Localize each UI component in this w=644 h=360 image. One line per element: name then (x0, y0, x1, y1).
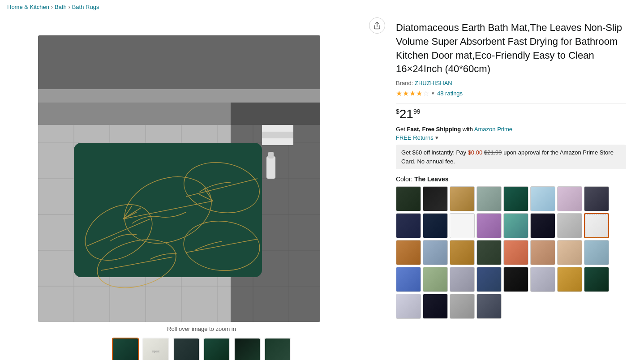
swatch-2-2[interactable] (423, 213, 448, 238)
breadcrumb-sep-2: › (69, 4, 70, 10)
swatch-1-1[interactable] (396, 186, 421, 211)
swatch-4-1[interactable] (396, 267, 421, 292)
rating-dropdown[interactable]: ▾ (432, 90, 434, 96)
star-4: ★ (416, 89, 422, 98)
swatch-3-8[interactable] (584, 240, 609, 265)
thumbnail-3[interactable] (173, 338, 200, 360)
swatch-1-7[interactable] (557, 186, 582, 211)
svg-rect-39 (262, 138, 293, 145)
shipping-text-1: Get (396, 126, 407, 133)
swatch-3-5[interactable] (503, 240, 528, 265)
swatch-2-8[interactable] (584, 213, 609, 238)
svg-rect-40 (266, 156, 275, 179)
brand-label: Brand: (396, 80, 413, 86)
thumbnail-row: spec (112, 338, 291, 360)
swatch-1-3[interactable] (450, 186, 475, 211)
swatch-4-3[interactable] (450, 267, 475, 292)
breadcrumb-sep-1: › (51, 4, 53, 10)
returns-label: FREE Returns (396, 134, 434, 141)
swatch-2-3[interactable] (450, 213, 475, 238)
thumbnail-4[interactable] (203, 338, 230, 360)
rating-count[interactable]: 48 ratings (437, 90, 463, 97)
promo-box: Get $60 off instantly: Pay $0.00 $21.99 … (396, 145, 626, 169)
svg-rect-19 (38, 35, 320, 89)
swatch-1-4[interactable] (477, 186, 502, 211)
color-label-text: Color: (396, 176, 412, 183)
swatch-3-2[interactable] (423, 240, 448, 265)
swatch-3-7[interactable] (557, 240, 582, 265)
price-dollars: 21 (399, 107, 413, 121)
price-symbol: $ (396, 108, 399, 116)
zoom-hint: Roll over image to zoom in (167, 326, 236, 332)
price-area: $2199 (396, 107, 626, 121)
swatch-3-3[interactable] (450, 240, 475, 265)
shipping-text-2: with (461, 126, 474, 133)
swatch-1-2[interactable] (423, 186, 448, 211)
breadcrumb: Home & Kitchen › Bath › Bath Rugs (0, 0, 644, 14)
swatch-4-2[interactable] (423, 267, 448, 292)
svg-rect-18 (38, 89, 320, 103)
image-section: Roll over image to zoom in spec (18, 17, 385, 360)
swatch-1-6[interactable] (530, 186, 555, 211)
thumbnail-1[interactable] (112, 338, 139, 360)
color-label: Color: The Leaves (396, 176, 626, 183)
swatch-5-2[interactable] (423, 294, 448, 319)
share-btn-area (18, 17, 385, 34)
svg-rect-38 (262, 132, 293, 138)
promo-text-1: Get $60 off instantly: Pay (401, 149, 468, 156)
star-2: ★ (403, 89, 409, 98)
swatch-3-1[interactable] (396, 240, 421, 265)
product-title: Diatomaceous Earth Bath Mat,The Leaves N… (396, 21, 626, 76)
swatch-2-6[interactable] (530, 213, 555, 238)
breadcrumb-home[interactable]: Home & Kitchen (7, 4, 49, 10)
svg-rect-41 (268, 152, 274, 159)
swatch-2-7[interactable] (557, 213, 582, 238)
thumbnail-2[interactable]: spec (142, 338, 169, 360)
star-1: ★ (396, 89, 402, 98)
brand-link[interactable]: ZHUZHISHAN (415, 80, 452, 86)
color-name: The Leaves (414, 176, 448, 183)
star-3: ★ (409, 89, 416, 98)
swatch-2-5[interactable] (503, 213, 528, 238)
swatch-4-6[interactable] (530, 267, 555, 292)
main-product-image (38, 35, 320, 322)
product-price: $2199 (396, 107, 421, 121)
thumbnail-6[interactable] (264, 338, 291, 360)
swatch-4-8[interactable] (584, 267, 609, 292)
breadcrumb-bath-rugs[interactable]: Bath Rugs (72, 4, 99, 10)
swatch-1-5[interactable] (503, 186, 528, 211)
prime-link[interactable]: Amazon Prime (474, 126, 512, 133)
color-swatch-grid (396, 186, 626, 319)
swatch-2-4[interactable] (477, 213, 502, 238)
brand-line: Brand: ZHUZHISHAN (396, 80, 626, 86)
share-button[interactable] (369, 17, 385, 34)
breadcrumb-bath[interactable]: Bath (55, 4, 67, 10)
swatch-1-8[interactable] (584, 186, 609, 211)
swatch-5-1[interactable] (396, 294, 421, 319)
thumbnail-5[interactable] (234, 338, 261, 360)
price-cents: 99 (413, 108, 421, 116)
swatch-3-4[interactable] (477, 240, 502, 265)
rating-row: ★ ★ ★ ★ ★☆ ▾ 48 ratings (396, 89, 626, 98)
swatch-3-6[interactable] (530, 240, 555, 265)
main-container: Roll over image to zoom in spec (0, 14, 644, 360)
shipping-line: Get Fast, Free Shipping with Amazon Prim… (396, 126, 626, 133)
swatch-4-4[interactable] (477, 267, 502, 292)
divider-1 (396, 103, 626, 103)
svg-rect-37 (262, 125, 293, 132)
returns-line[interactable]: FREE Returns ▾ (396, 134, 626, 141)
product-info: Diatomaceous Earth Bath Mat,The Leaves N… (396, 17, 626, 360)
returns-dropdown[interactable]: ▾ (435, 134, 438, 141)
shipping-bold: Fast, Free Shipping (407, 126, 461, 133)
swatch-2-1[interactable] (396, 213, 421, 238)
star-5: ★☆ (423, 89, 429, 98)
swatch-4-5[interactable] (503, 267, 528, 292)
promo-old-price: $21.99 (484, 149, 502, 156)
swatch-4-7[interactable] (557, 267, 582, 292)
swatch-5-3[interactable] (450, 294, 475, 319)
promo-new-price: $0.00 (468, 149, 483, 156)
star-rating[interactable]: ★ ★ ★ ★ ★☆ (396, 89, 429, 98)
swatch-5-4[interactable] (477, 294, 502, 319)
